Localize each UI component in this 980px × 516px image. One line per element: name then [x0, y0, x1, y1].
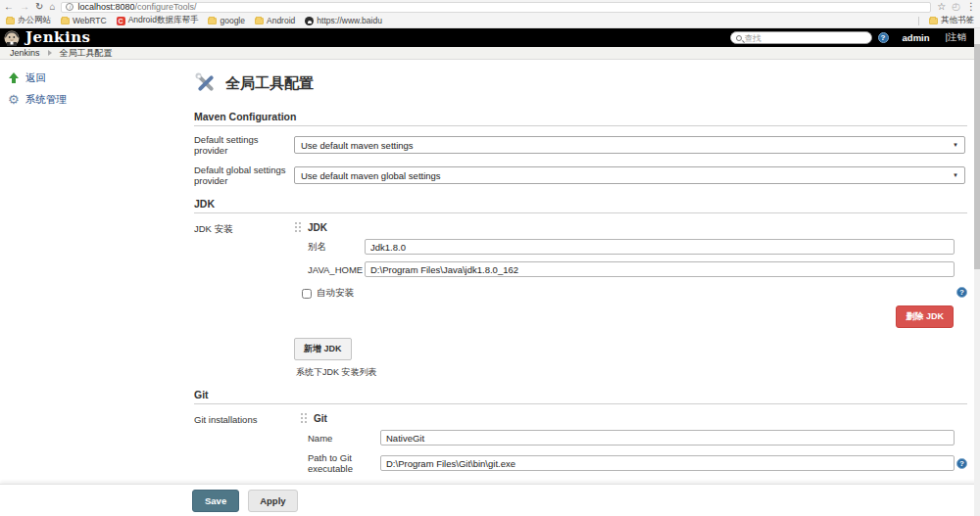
page-body: 返回 ⚙ 系统管理 全局工具配置 Maven Configuration Def…	[0, 60, 980, 516]
logout-link[interactable]: |注销	[946, 31, 966, 44]
bookmark-label: google	[220, 16, 245, 25]
java-home-input[interactable]	[365, 261, 955, 277]
jdk-install-label: JDK 安装	[194, 221, 294, 236]
bookmark-star-icon[interactable]: ☆	[937, 2, 946, 12]
search-icon	[736, 35, 742, 41]
sidebar-item-label: 返回	[25, 71, 46, 85]
scrollbar-thumb[interactable]	[974, 44, 980, 269]
address-bar[interactable]: i localhost:8080/configureTools/	[61, 2, 931, 13]
drag-handle-icon[interactable]	[300, 412, 309, 425]
section-maven-configuration: Maven Configuration	[194, 111, 967, 126]
delete-jdk-button[interactable]: 删除 JDK	[896, 305, 954, 328]
form-row: 别名	[308, 239, 967, 255]
alias-label: 别名	[308, 241, 365, 254]
home-icon[interactable]: ⌂	[49, 2, 55, 12]
back-icon[interactable]: ←	[4, 2, 14, 12]
bookmark-google[interactable]: google	[208, 16, 245, 25]
user-admin-link[interactable]: admin	[903, 32, 930, 43]
folder-icon	[208, 18, 217, 24]
sidebar-item-manage[interactable]: ⚙ 系统管理	[0, 89, 186, 111]
gear-icon: ⚙	[8, 94, 20, 106]
save-button[interactable]: Save	[192, 490, 239, 512]
extension-icon[interactable]: ◴	[952, 2, 960, 12]
form-row: Default settings provider Use default ma…	[194, 134, 967, 156]
folder-icon	[929, 18, 938, 24]
jenkins-header: Jenkins ? admin |注销	[0, 28, 974, 47]
git-item-title: Git	[314, 413, 327, 424]
jdk-alias-input[interactable]	[365, 239, 955, 255]
breadcrumb: Jenkins 全局工具配置	[0, 47, 974, 60]
page-title-text: 全局工具配置	[225, 74, 314, 93]
main-content: 全局工具配置 Maven Configuration Default setti…	[194, 71, 967, 516]
help-icon[interactable]: ?	[956, 287, 967, 298]
auto-install-row: 自动安装 ?	[302, 287, 967, 300]
git-installations-label: Git installations	[194, 412, 294, 425]
page-scrollbar[interactable]	[974, 28, 980, 516]
page-title: 全局工具配置	[194, 71, 967, 95]
github-icon	[305, 17, 314, 25]
breadcrumb-current[interactable]: 全局工具配置	[60, 47, 113, 60]
header-search-box[interactable]	[730, 31, 872, 44]
bookmark-label: https://www.baidu	[317, 16, 382, 25]
chevron-down-icon: ▼	[953, 172, 958, 178]
url-text: localhost:8080/configureTools/	[77, 2, 196, 12]
other-bookmarks-button[interactable]: 其他书签	[929, 15, 974, 26]
sidebar-item-label: 系统管理	[25, 93, 67, 107]
jdk-item-title: JDK	[308, 222, 327, 233]
section-git: Git	[194, 389, 967, 404]
default-global-settings-select[interactable]: Use default maven global settings ▼	[294, 166, 965, 184]
bookmark-android-db[interactable]: C Android数据库帮手	[117, 15, 199, 26]
browser-menu-icon[interactable]: ⋮	[966, 2, 976, 12]
jdk-item: JDK 别名 JAVA_HOME 自动安装 ? 删除 JDK	[294, 221, 967, 389]
search-help-icon[interactable]: ?	[878, 32, 889, 43]
browser-toolbar: ← → ↻ ⌂ i localhost:8080/configureTools/…	[0, 0, 980, 14]
auto-install-label: 自动安装	[317, 287, 354, 300]
bookmark-office[interactable]: 办公网站	[6, 15, 51, 26]
bookmark-label: 办公网站	[18, 15, 51, 26]
form-row: Default global settings provider Use def…	[194, 164, 967, 186]
add-jdk-button[interactable]: 新增 JDK	[294, 338, 352, 360]
folder-icon	[255, 18, 264, 24]
site-c-icon: C	[117, 17, 125, 25]
git-path-label: Path to Git executable	[308, 452, 380, 474]
form-row: Name	[308, 430, 967, 446]
drag-handle-icon[interactable]	[294, 221, 303, 234]
jdk-installations-group: JDK 安装 JDK 别名 JAVA_HOME 自动安装 ?	[194, 221, 967, 389]
section-jdk: JDK	[194, 198, 967, 213]
default-settings-select[interactable]: Use default maven settings ▼	[294, 136, 965, 154]
refresh-icon[interactable]: ↻	[35, 2, 43, 12]
search-input[interactable]	[745, 33, 866, 43]
bookmark-github-baidu[interactable]: https://www.baidu	[305, 16, 382, 25]
select-value: Use default maven global settings	[301, 170, 441, 181]
footer-bar: Save Apply	[0, 484, 980, 516]
url-host: localhost:8080	[77, 2, 134, 12]
jdk-auto-install-checkbox[interactable]	[302, 289, 312, 299]
git-name-input[interactable]	[380, 430, 955, 446]
breadcrumb-jenkins[interactable]: Jenkins	[10, 48, 40, 58]
git-path-input[interactable]	[380, 455, 955, 471]
apply-button[interactable]: Apply	[248, 490, 297, 512]
form-row: Path to Git executable ?	[308, 452, 967, 474]
tools-icon	[194, 71, 218, 95]
bookmark-label: Android数据库帮手	[128, 15, 199, 26]
forward-icon[interactable]: →	[20, 2, 29, 12]
git-name-label: Name	[308, 433, 380, 444]
java-home-label: JAVA_HOME	[308, 264, 365, 275]
select-value: Use default maven settings	[301, 140, 414, 151]
bookmark-android[interactable]: Android	[255, 16, 295, 25]
divider	[918, 17, 919, 25]
folder-icon	[6, 18, 15, 24]
bookmark-label: Android	[267, 16, 295, 25]
default-settings-label: Default settings provider	[194, 134, 294, 156]
jdk-list-note[interactable]: 系统下JDK 安装列表	[296, 366, 967, 379]
sidebar-item-back[interactable]: 返回	[0, 68, 186, 89]
help-icon[interactable]: ?	[956, 458, 967, 469]
jenkins-logo-icon[interactable]	[4, 30, 20, 46]
default-global-settings-label: Default global settings provider	[194, 164, 294, 186]
folder-icon	[61, 18, 70, 24]
page-info-icon[interactable]: i	[66, 3, 74, 11]
jenkins-brand[interactable]: Jenkins	[25, 30, 91, 45]
form-row: JAVA_HOME	[308, 261, 967, 277]
chevron-down-icon: ▼	[953, 142, 958, 148]
bookmark-webrtc[interactable]: WebRTC	[61, 16, 107, 25]
